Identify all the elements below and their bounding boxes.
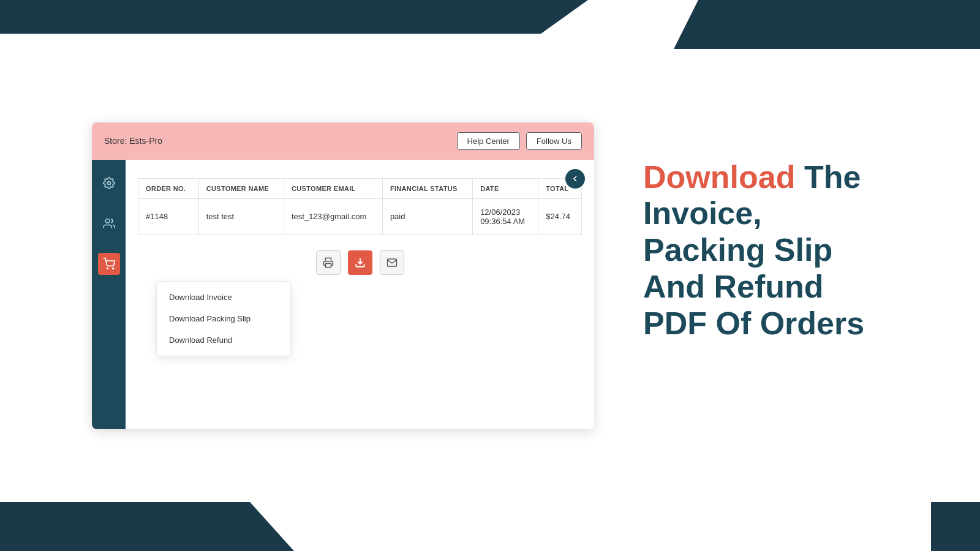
sidebar bbox=[92, 160, 126, 429]
svg-point-1 bbox=[105, 219, 110, 223]
back-button[interactable] bbox=[565, 169, 585, 189]
cell-financial-status: paid bbox=[382, 198, 472, 234]
orders-table: ORDER NO. CUSTOMER NAME CUSTOMER EMAIL F… bbox=[138, 178, 582, 235]
headline: Download The Invoice, Packing Slip And R… bbox=[643, 159, 888, 342]
cell-customer-email: test_123@gmail.com bbox=[284, 198, 382, 234]
email-button[interactable] bbox=[380, 250, 404, 275]
col-header-customer-name: CUSTOMER NAME bbox=[198, 178, 284, 198]
app-header: Store: Ests-Pro Help Center Follow Us bbox=[92, 122, 594, 160]
col-header-order-no: ORDER NO. bbox=[138, 178, 199, 198]
app-body: ORDER NO. CUSTOMER NAME CUSTOMER EMAIL F… bbox=[92, 160, 594, 429]
print-button[interactable] bbox=[316, 250, 341, 275]
sidebar-icon-cart[interactable] bbox=[98, 253, 120, 275]
col-header-financial-status: FINANCIAL STATUS bbox=[382, 178, 472, 198]
download-refund-item[interactable]: Download Refund bbox=[157, 329, 290, 351]
action-icons-row bbox=[138, 250, 582, 275]
download-button[interactable] bbox=[348, 250, 372, 275]
text-panel: Download The Invoice, Packing Slip And R… bbox=[643, 122, 888, 342]
col-header-date: DATE bbox=[473, 178, 538, 198]
follow-us-button[interactable]: Follow Us bbox=[526, 132, 582, 150]
table-row: #1148 test test test_123@gmail.com paid … bbox=[138, 198, 582, 234]
svg-rect-4 bbox=[325, 263, 331, 267]
col-header-customer-email: CUSTOMER EMAIL bbox=[284, 178, 382, 198]
sidebar-icon-users[interactable] bbox=[98, 212, 120, 234]
cell-date: 12/06/202309:36:54 AM bbox=[473, 198, 538, 234]
cell-customer-name: test test bbox=[198, 198, 284, 234]
main-content: Store: Ests-Pro Help Center Follow Us bbox=[0, 0, 980, 551]
app-window: Store: Ests-Pro Help Center Follow Us bbox=[92, 122, 888, 429]
app-main-content: ORDER NO. CUSTOMER NAME CUSTOMER EMAIL F… bbox=[126, 160, 594, 429]
dropdown-menu: Download Invoice Download Packing Slip D… bbox=[156, 281, 291, 356]
cell-order-no: #1148 bbox=[138, 198, 199, 234]
download-invoice-item[interactable]: Download Invoice bbox=[157, 287, 290, 308]
headline-highlight: Download bbox=[643, 159, 795, 195]
sidebar-icon-gear[interactable] bbox=[98, 172, 120, 194]
svg-point-3 bbox=[112, 268, 113, 269]
help-center-button[interactable]: Help Center bbox=[457, 132, 520, 150]
app-panel: Store: Ests-Pro Help Center Follow Us bbox=[92, 122, 594, 429]
svg-point-2 bbox=[107, 268, 108, 269]
header-buttons: Help Center Follow Us bbox=[457, 132, 582, 150]
download-packing-slip-item[interactable]: Download Packing Slip bbox=[157, 308, 290, 329]
table-header-row: ORDER NO. CUSTOMER NAME CUSTOMER EMAIL F… bbox=[138, 178, 582, 198]
store-label: Store: Ests-Pro bbox=[104, 136, 162, 146]
cell-total: $24.74 bbox=[538, 198, 582, 234]
svg-point-0 bbox=[107, 181, 110, 184]
